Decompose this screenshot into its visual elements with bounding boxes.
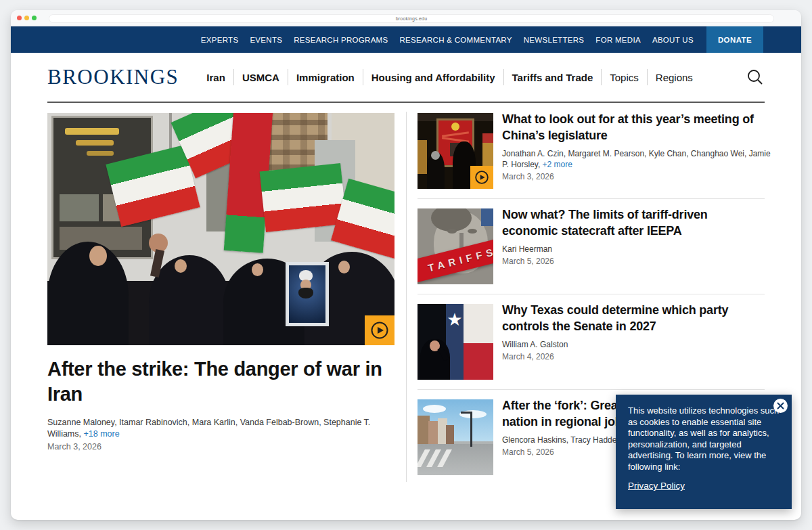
nav-regions-menu[interactable]: Regions [648,72,701,83]
featured-article-authors: Suzanne Maloney, Itamar Rabinovich, Mara… [47,417,394,440]
minimize-window-button[interactable] [24,16,29,20]
article-title[interactable]: What to look out for at this year’s meet… [502,111,771,143]
nav-topic-tariffs[interactable]: Tariffs and Trade [504,72,602,83]
search-button[interactable] [746,68,765,87]
nav-for-media[interactable]: FOR MEDIA [595,36,641,44]
more-authors-link[interactable]: +2 more [543,160,572,169]
main-nav: Iran USMCA Immigration Housing and Affor… [198,69,700,85]
article-card-china: What to look out for at this year’s meet… [418,113,765,199]
nav-newsletters[interactable]: NEWSLETTERS [524,36,585,44]
brookings-logo[interactable]: BROOKINGS [47,65,179,89]
nav-topic-immigration[interactable]: Immigration [288,72,363,83]
utility-nav-bar: EXPERTS EVENTS RESEARCH PROGRAMS RESEARC… [11,26,801,53]
featured-article-title[interactable]: After the strike: The danger of war in I… [47,357,394,407]
url-text: brookings.edu [396,16,428,21]
article-date: March 5, 2026 [502,257,708,266]
nav-topics-menu[interactable]: Topics [602,72,647,83]
close-icon[interactable] [773,398,788,414]
nav-topic-usmca[interactable]: USMCA [234,72,288,83]
zoom-window-button[interactable] [32,16,37,20]
article-card-tariffs: TARIFFS Now what? The limits of tariff-d… [418,208,765,294]
content-top-rule [47,102,765,103]
article-title[interactable]: Why Texas could determine which party co… [502,302,728,334]
nav-topic-housing[interactable]: Housing and Affordability [363,72,503,83]
more-authors-link[interactable]: +18 more [83,429,119,439]
article-thumbnail[interactable] [418,399,493,475]
featured-article: After the strike: The danger of war in I… [47,113,394,451]
article-title[interactable]: Now what? The limits of tariff-driven ec… [502,206,708,239]
nav-research-programs[interactable]: RESEARCH PROGRAMS [294,36,388,44]
donate-button[interactable]: DONATE [706,26,763,53]
site-header: BROOKINGS Iran USMCA Immigration Housing… [11,53,801,102]
article-thumbnail[interactable] [418,113,493,189]
featured-article-date: March 3, 2026 [47,442,394,451]
window-controls [17,16,37,20]
article-authors: Jonathan A. Czin, Margaret M. Pearson, K… [502,148,771,170]
nav-experts[interactable]: EXPERTS [201,36,239,44]
play-icon[interactable] [365,315,394,345]
article-card-texas: ★ Why Texas could determine which party … [418,304,765,390]
search-icon [746,68,765,87]
article-thumbnail[interactable]: TARIFFS [418,208,493,284]
privacy-policy-link[interactable]: Privacy Policy [628,481,685,491]
play-icon[interactable] [470,166,493,189]
article-thumbnail[interactable]: ★ [418,304,493,380]
close-window-button[interactable] [17,16,22,20]
hero-image[interactable] [47,113,394,345]
nav-events[interactable]: EVENTS [250,36,282,44]
cookie-message: This website utilizes technologies such … [628,405,780,472]
cookie-banner: This website utilizes technologies such … [616,395,792,509]
nav-research-commentary[interactable]: RESEARCH & COMMENTARY [399,36,512,44]
article-date: March 3, 2026 [502,172,771,181]
article-authors: William A. Galston [502,339,728,350]
nav-about-us[interactable]: ABOUT US [652,36,694,44]
article-date: March 4, 2026 [502,352,728,361]
url-bar[interactable]: brookings.edu [49,14,774,23]
nav-topic-iran[interactable]: Iran [198,72,233,83]
column-divider [406,112,407,482]
utility-nav-spacer [763,26,801,53]
browser-chrome: brookings.edu [11,10,801,26]
article-authors: Kari Heerman [502,244,708,255]
browser-window: brookings.edu EXPERTS EVENTS RESEARCH PR… [11,10,801,520]
